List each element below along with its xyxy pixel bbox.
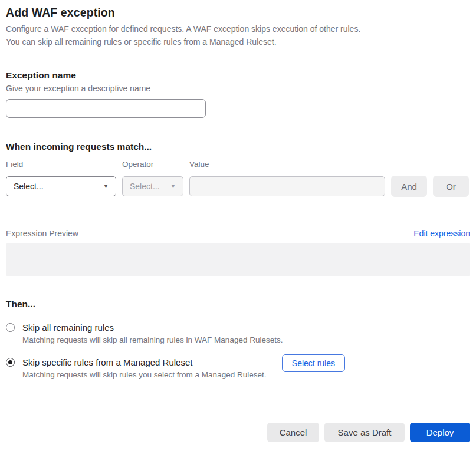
match-section: When incoming requests match... Field Op… — [6, 141, 470, 197]
option-skip-specific-rules: Skip specific rules from a Managed Rules… — [6, 357, 470, 380]
radio-skip-specific-rules[interactable] — [6, 358, 15, 367]
operator-label: Operator — [122, 159, 189, 169]
expression-preview-label: Expression Preview — [6, 228, 78, 239]
exception-name-hint: Give your exception a descriptive name — [6, 83, 470, 94]
chevron-down-icon: ▼ — [103, 184, 109, 189]
value-label: Value — [189, 159, 385, 169]
page-description-line1: Configure a WAF exception for defined re… — [6, 24, 360, 34]
exception-name-section: Exception name Give your exception a des… — [6, 70, 470, 118]
page-description: Configure a WAF exception for defined re… — [6, 23, 470, 48]
option-description: Matching requests will skip all remainin… — [22, 335, 283, 345]
field-select-value: Select... — [14, 182, 44, 191]
edit-expression-link[interactable]: Edit expression — [413, 228, 470, 239]
operator-select[interactable]: Select... ▼ — [122, 176, 183, 196]
page-description-line2: You can skip all remaining rules or spec… — [6, 37, 277, 47]
field-select[interactable]: Select... ▼ — [6, 176, 116, 196]
value-input[interactable] — [189, 176, 385, 196]
option-skip-all-remaining-rules: Skip all remaining rules Matching reques… — [6, 322, 470, 345]
chevron-down-icon: ▼ — [170, 184, 176, 189]
expression-preview-section: Expression Preview Edit expression — [6, 228, 470, 276]
page-title: Add WAF exception — [6, 5, 470, 19]
expression-preview-box — [6, 243, 470, 276]
exception-name-heading: Exception name — [6, 70, 470, 81]
footer-actions: Cancel Save as Draft Deploy — [6, 423, 470, 442]
field-label: Field — [6, 159, 122, 169]
and-button[interactable]: And — [391, 176, 427, 197]
then-heading: Then... — [6, 298, 470, 310]
add-waf-exception-form: Add WAF exception Configure a WAF except… — [0, 5, 476, 380]
option-texts: Skip specific rules from a Managed Rules… — [22, 357, 266, 380]
option-label[interactable]: Skip specific rules from a Managed Rules… — [22, 357, 266, 368]
match-column-labels: Field Operator Value — [6, 159, 470, 169]
or-button[interactable]: Or — [433, 176, 469, 197]
match-heading: When incoming requests match... — [6, 141, 470, 152]
operator-select-value: Select... — [130, 182, 160, 191]
cancel-button[interactable]: Cancel — [267, 423, 319, 442]
option-label[interactable]: Skip all remaining rules — [22, 322, 283, 333]
match-condition-row: Select... ▼ Select... ▼ And Or — [6, 176, 470, 197]
option-texts: Skip all remaining rules Matching reques… — [22, 322, 283, 345]
deploy-button[interactable]: Deploy — [410, 423, 470, 442]
exception-name-input[interactable] — [6, 99, 206, 118]
footer-divider — [6, 409, 470, 409]
expression-preview-header: Expression Preview Edit expression — [6, 228, 470, 239]
save-as-draft-button[interactable]: Save as Draft — [324, 423, 405, 442]
select-rules-button[interactable]: Select rules — [282, 354, 345, 372]
option-description: Matching requests will skip rules you se… — [22, 370, 266, 380]
radio-skip-all-remaining-rules[interactable] — [6, 323, 15, 332]
then-section: Then... Skip all remaining rules Matchin… — [6, 298, 470, 380]
